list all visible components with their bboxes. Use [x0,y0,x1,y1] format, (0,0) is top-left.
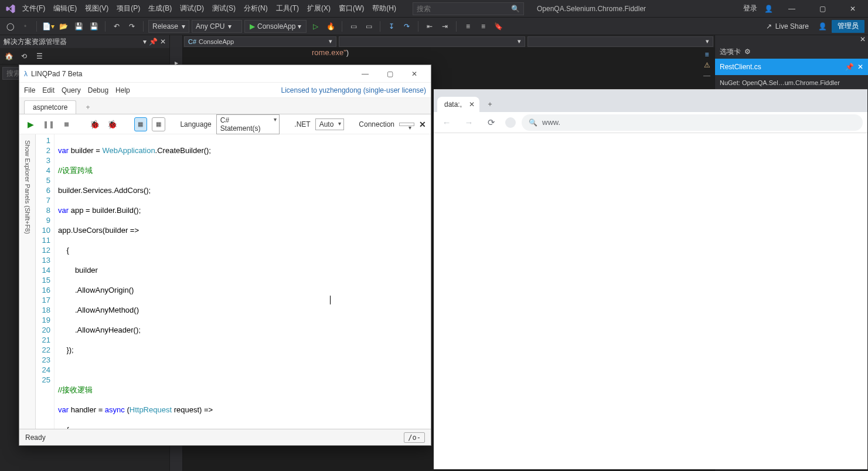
se-home-icon[interactable]: 🏠 [2,50,15,63]
lp-explorer-collapse-strip[interactable]: Show Explorer Panels (Shift+F8) [19,134,36,429]
dash-icon[interactable]: — [703,72,710,80]
close-icon[interactable]: ✕ [857,63,863,71]
linqpad-status-text: Ready [25,433,46,442]
tool-icon-1[interactable]: ▭ [347,20,360,33]
gear-icon[interactable]: ⚙ [744,48,751,56]
nuget-item[interactable]: NuGet: OpenQA.Sel…um.Chrome.Fiddler [715,75,868,90]
search-icon: 🔍 [511,5,520,13]
config-combo[interactable]: Release▾ [148,20,189,33]
lp-bug-red-icon[interactable]: 🐞 [88,117,101,131]
indent-icon-1[interactable]: ⇤ [423,20,436,33]
close-button[interactable]: ✕ [841,1,864,17]
menu-project[interactable]: 项目(P) [113,1,144,16]
linqpad-code-lines[interactable]: var builder = WebApplication.CreateBuild… [55,134,431,429]
tool-icon-2[interactable]: ▭ [362,20,375,33]
menu-edit[interactable]: 编辑(E) [50,1,80,16]
browser-address-input[interactable] [542,118,856,127]
pin-icon[interactable]: 📌 [149,38,158,46]
linqpad-close-button[interactable]: ✕ [403,66,426,82]
run-no-debug-icon[interactable]: ▷ [309,20,322,33]
se-collapse-icon[interactable]: ☰ [33,50,46,63]
nav-back-icon[interactable]: ◯ [4,20,16,33]
live-share-button[interactable]: ↗ Live Share [761,22,813,31]
vs-logo-icon [4,2,18,16]
browser-reload-button[interactable]: ⟳ [483,114,499,131]
linqpad-titlebar[interactable]: λ LINQPad 7 Beta — ▢ ✕ [19,65,431,83]
lp-bug-blue-icon[interactable]: 🐞 [106,117,120,131]
linqpad-maximize-button[interactable]: ▢ [378,66,401,82]
vs-search-input[interactable] [417,5,511,13]
linqpad-new-tab-button[interactable]: + [77,101,98,114]
step-into-icon[interactable]: ↧ [385,20,398,33]
se-sync-icon[interactable]: ⟲ [18,50,30,63]
lp-results-rich-icon[interactable]: ▦ [134,117,148,131]
hotreload-icon[interactable]: 🔥 [324,20,337,33]
save-icon[interactable]: 💾 [72,20,85,33]
vs-search[interactable]: 🔍 [413,2,524,15]
feedback-icon[interactable]: 👤 [818,22,827,31]
redo-icon[interactable]: ↷ [125,20,138,33]
new-item-icon[interactable]: 📄▾ [42,20,55,33]
lp-results-grid-icon[interactable]: ▦ [152,117,165,131]
crumb-project-combo[interactable]: C# ConsoleApp ▾ [184,36,336,47]
linqpad-code-area[interactable]: 1234567891011121314151617181920212223242… [36,134,431,429]
browser-tab[interactable]: data:, ✕ [437,97,479,112]
lp-connection-combo[interactable] [399,123,414,126]
lp-menu-debug[interactable]: Debug [88,86,108,94]
lp-menu-query[interactable]: Query [62,86,81,94]
browser-back-button[interactable]: ← [438,114,455,131]
open-icon[interactable]: 📂 [57,20,70,33]
comment-icon[interactable]: ≡ [461,20,474,33]
menu-file[interactable]: 文件(F) [19,1,49,16]
bookmark-icon[interactable]: 🔖 [492,20,505,33]
minimize-button[interactable]: — [780,1,804,17]
lp-menu-help[interactable]: Help [115,86,130,94]
close-panel-icon[interactable]: ✕ [160,38,166,46]
menu-view[interactable]: 视图(V) [81,1,112,16]
menu-window[interactable]: 窗口(W) [335,1,367,16]
vs-login[interactable]: 登录 [743,4,757,13]
browser-address-bar[interactable]: 🔍 [522,114,863,131]
lp-run-button[interactable]: ▶ [24,117,38,131]
platform-combo[interactable]: Any CPU▾ [192,20,242,33]
lp-menu-file[interactable]: File [24,86,35,94]
lp-pause-button[interactable]: ❚❚ [42,117,56,131]
dropdown-icon[interactable]: ▾ [143,38,147,46]
menu-build[interactable]: 生成(B) [145,1,175,16]
close-icon[interactable]: ✕ [469,100,475,109]
crumb-class-combo[interactable]: ▾ [339,36,525,47]
indent-icon-2[interactable]: ⇥ [438,20,451,33]
browser-forward-button[interactable]: → [461,114,477,131]
menu-analyze[interactable]: 分析(N) [240,1,271,16]
browser-new-tab-button[interactable]: ＋ [482,96,498,112]
close-icon[interactable]: ✕ [860,35,866,45]
open-file-tab[interactable]: RestClient.cs 📌 ✕ [715,59,868,75]
menu-test[interactable]: 测试(S) [209,1,239,16]
menu-debug[interactable]: 调试(D) [176,1,207,16]
equals-icon[interactable]: ≡ [704,50,709,59]
step-over-icon[interactable]: ↷ [400,20,413,33]
site-identity-icon[interactable] [505,117,516,128]
lp-language-combo[interactable]: C# Statement(s) [216,114,280,134]
menu-tools[interactable]: 工具(T) [273,1,302,16]
nav-fwd-icon[interactable]: • [19,20,32,33]
lp-stop-button[interactable]: ◼ [60,117,73,131]
lp-menu-edit[interactable]: Edit [42,86,55,94]
warning-icon[interactable]: ⚠ [704,61,710,69]
save-all-icon[interactable]: 💾 [87,20,100,33]
run-button[interactable]: ▶ConsoleApp▾ [244,20,307,33]
browser-window: data:, ✕ ＋ ← → ⟳ 🔍 [434,89,867,469]
menu-help[interactable]: 帮助(H) [369,1,400,16]
uncomment-icon[interactable]: ≡ [476,20,489,33]
crumb-member-combo[interactable]: ▾ [527,36,714,47]
lp-close-results-icon[interactable]: ✕ [419,120,426,129]
linqpad-tab-aspnetcore[interactable]: aspnetcore [24,100,76,114]
linqpad-minimize-button[interactable]: — [353,66,377,82]
linqpad-status-right[interactable]: /o- [404,432,425,443]
pin-icon[interactable]: 📌 [845,63,854,71]
menu-ext[interactable]: 扩展(X) [304,1,334,16]
undo-icon[interactable]: ↶ [110,20,123,33]
maximize-button[interactable]: ▢ [811,1,834,17]
user-icon[interactable]: 👤 [764,5,773,13]
lp-net-combo[interactable]: Auto [315,118,344,130]
